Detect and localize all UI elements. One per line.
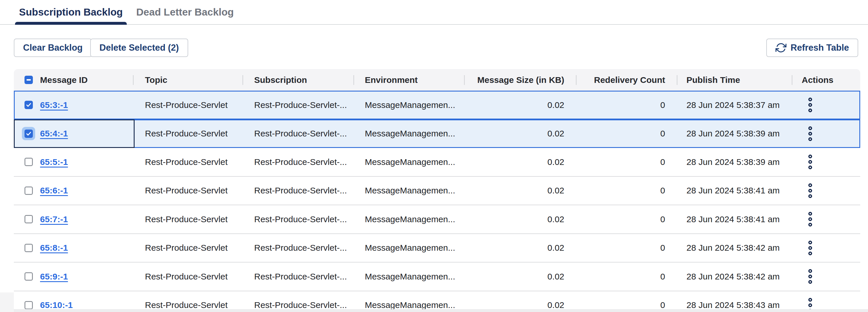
cell-message-size: 0.02: [464, 234, 576, 262]
message-id-link[interactable]: 65:8:-1: [40, 243, 68, 253]
cell-environment: MessageManagemen...: [353, 263, 464, 291]
message-id-link[interactable]: 65:10:-1: [40, 300, 73, 310]
row-checkbox-wrap: [22, 270, 35, 283]
horizontal-scrollbar-track[interactable]: [14, 309, 868, 312]
row-checkbox[interactable]: [25, 158, 33, 166]
row-checkbox-wrap: [22, 241, 35, 254]
table-row: 65:8:-1 Rest-Produce-Servlet Rest-Produc…: [14, 234, 860, 263]
row-checkbox[interactable]: [25, 130, 33, 138]
table-row: 65:3:-1 Rest-Produce-Servlet Rest-Produc…: [14, 91, 860, 119]
row-checkbox[interactable]: [25, 244, 33, 252]
cell-environment: MessageManagemen...: [353, 234, 464, 262]
column-label: Environment: [365, 75, 417, 85]
cell-actions: [792, 177, 860, 205]
cell-subscription: Rest-Produce-Servlet-...: [242, 119, 353, 148]
message-id-link[interactable]: 65:6:-1: [40, 186, 68, 196]
cell-actions: [792, 91, 860, 119]
message-id-link[interactable]: 65:5:-1: [40, 157, 68, 167]
cell-environment: MessageManagemen...: [353, 148, 464, 176]
table-header-row: Message ID Topic Subscription Environmen…: [14, 69, 860, 91]
refresh-table-button[interactable]: Refresh Table: [766, 39, 858, 57]
message-id-link[interactable]: 65:9:-1: [40, 272, 68, 281]
checkmark-icon: [26, 131, 32, 137]
tab-dead-letter-backlog[interactable]: Dead Letter Backlog: [136, 0, 234, 24]
row-checkbox[interactable]: [25, 186, 33, 195]
row-actions-kebab-icon[interactable]: [807, 153, 813, 170]
row-actions-kebab-icon[interactable]: [807, 125, 813, 142]
row-checkbox-wrap: [22, 213, 35, 226]
cell-publish-time: 28 Jun 2024 5:38:39 am: [677, 148, 792, 176]
cell-redelivery-count: 0: [576, 119, 677, 148]
row-checkbox-wrap: [22, 155, 35, 169]
cell-environment: MessageManagemen...: [353, 205, 464, 234]
message-id-link[interactable]: 65:3:-1: [40, 100, 68, 110]
cell-message-id: 65:8:-1: [14, 234, 133, 262]
row-checkbox-wrap: [22, 98, 35, 112]
cell-publish-time: 28 Jun 2024 5:38:42 am: [677, 263, 792, 291]
cell-topic: Rest-Produce-Servlet: [133, 148, 242, 176]
cell-environment: MessageManagemen...: [353, 91, 464, 119]
row-checkbox[interactable]: [25, 101, 33, 109]
row-actions-kebab-icon[interactable]: [807, 239, 813, 256]
active-tab-underline: [15, 22, 127, 25]
cell-environment: MessageManagemen...: [353, 119, 464, 148]
header-publish-time: Publish Time: [677, 69, 792, 91]
cell-message-size: 0.02: [464, 148, 576, 176]
delete-selected-button[interactable]: Delete Selected (2): [90, 39, 188, 57]
bottom-left-gutter: [0, 292, 14, 312]
header-subscription: Subscription: [242, 69, 353, 91]
cell-topic: Rest-Produce-Servlet: [133, 119, 242, 148]
row-checkbox[interactable]: [25, 301, 33, 309]
cell-redelivery-count: 0: [576, 91, 677, 119]
header-message-size: Message Size (in KB): [464, 69, 576, 91]
cell-subscription: Rest-Produce-Servlet-...: [242, 205, 353, 234]
cell-subscription: Rest-Produce-Servlet-...: [242, 263, 353, 291]
cell-redelivery-count: 0: [576, 205, 677, 234]
cell-message-size: 0.02: [464, 263, 576, 291]
row-actions-kebab-icon[interactable]: [807, 96, 813, 113]
cell-publish-time: 28 Jun 2024 5:38:42 am: [677, 234, 792, 262]
cell-message-id: 65:4:-1: [14, 119, 133, 148]
cell-publish-time: 28 Jun 2024 5:38:41 am: [677, 177, 792, 205]
column-label: Redelivery Count: [594, 75, 665, 85]
table-row: 65:7:-1 Rest-Produce-Servlet Rest-Produc…: [14, 205, 860, 234]
message-id-link[interactable]: 65:7:-1: [40, 214, 68, 224]
row-checkbox[interactable]: [25, 272, 33, 281]
row-actions-kebab-icon[interactable]: [807, 211, 813, 228]
cell-message-id: 65:9:-1: [14, 263, 133, 291]
cell-message-size: 0.02: [464, 177, 576, 205]
cell-message-size: 0.02: [464, 91, 576, 119]
backlog-table: Message ID Topic Subscription Environmen…: [14, 69, 860, 312]
clear-backlog-button[interactable]: Clear Backlog: [14, 39, 92, 57]
row-checkbox[interactable]: [25, 215, 33, 223]
cell-topic: Rest-Produce-Servlet: [133, 263, 242, 291]
table-row: 65:5:-1 Rest-Produce-Servlet Rest-Produc…: [14, 148, 860, 177]
row-actions-kebab-icon[interactable]: [807, 268, 813, 285]
column-label: Actions: [802, 75, 833, 85]
header-environment: Environment: [353, 69, 464, 91]
cell-message-id: 65:6:-1: [14, 177, 133, 205]
checkmark-icon: [26, 102, 32, 108]
cell-actions: [792, 148, 860, 176]
cell-actions: [792, 263, 860, 291]
header-topic: Topic: [133, 69, 242, 91]
select-all-checkbox[interactable]: [25, 76, 33, 84]
cell-actions: [792, 119, 860, 148]
cell-subscription: Rest-Produce-Servlet-...: [242, 234, 353, 262]
column-label: Publish Time: [686, 75, 740, 85]
message-id-link[interactable]: 65:4:-1: [40, 129, 68, 138]
tab-bar: Subscription Backlog Dead Letter Backlog: [0, 0, 868, 25]
cell-message-size: 0.02: [464, 119, 576, 148]
cell-message-id: 65:3:-1: [14, 91, 133, 119]
cell-redelivery-count: 0: [576, 234, 677, 262]
cell-environment: MessageManagemen...: [353, 177, 464, 205]
row-checkbox-wrap: [22, 184, 35, 197]
cell-topic: Rest-Produce-Servlet: [133, 205, 242, 234]
cell-actions: [792, 205, 860, 234]
cell-publish-time: 28 Jun 2024 5:38:37 am: [677, 91, 792, 119]
indeterminate-dash-icon: [27, 79, 31, 80]
cell-subscription: Rest-Produce-Servlet-...: [242, 177, 353, 205]
tab-subscription-backlog[interactable]: Subscription Backlog: [15, 0, 127, 24]
row-actions-kebab-icon[interactable]: [807, 182, 813, 199]
cell-actions: [792, 234, 860, 262]
